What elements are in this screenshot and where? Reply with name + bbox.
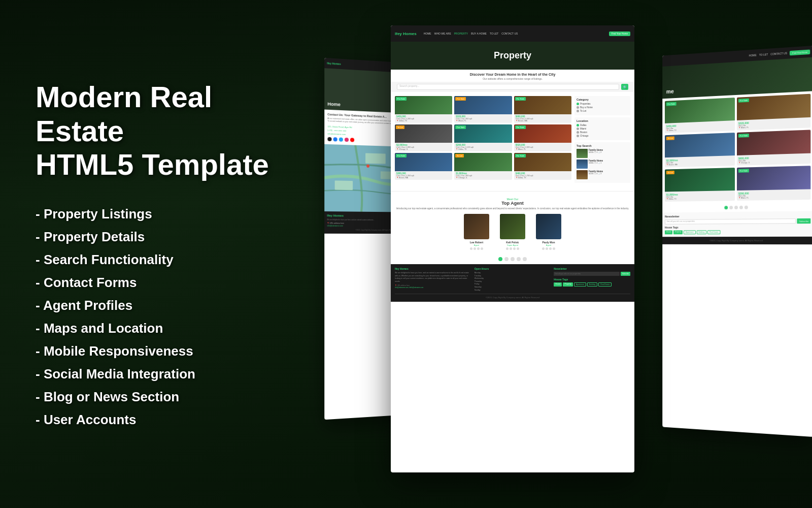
house-tags-title: House Tags bbox=[665, 225, 810, 229]
center-subtitle: Discover Your Dream Home in the Heart of… bbox=[395, 73, 630, 76]
newsletter-title: Newsletter bbox=[665, 214, 810, 218]
house-tag[interactable]: Property bbox=[673, 230, 683, 234]
category-filter: Category Properties Buy a Home To Let bbox=[574, 96, 630, 115]
newsletter-subscribe-button[interactable]: Subscribe bbox=[797, 218, 811, 224]
right-mockup: HOME TO LET CONTACT US Find Your Home me… bbox=[662, 46, 812, 437]
top-search-item: Family Home $380k ⬡ 2 🛁 1 bbox=[577, 160, 628, 169]
property-card[interactable]: For Sale $320,000 2 bd | 1 ba | 950 sqft… bbox=[454, 96, 512, 123]
property-card[interactable]: For Sale $460,000 4 bd | 3 ba | 1,700 sq… bbox=[514, 153, 571, 180]
pagination bbox=[391, 254, 634, 264]
top-search-item: Family Home $520k ⬡ 4 🛁 3 bbox=[577, 170, 628, 179]
property-card[interactable]: To Let $1,800/mo 2 bd | 2 ba | 900 sqft … bbox=[454, 153, 512, 180]
agent-photo bbox=[500, 214, 525, 239]
features-list: - Property Listings - Property Details -… bbox=[36, 206, 304, 428]
agent-role: Agent bbox=[460, 244, 493, 246]
mockups-area: Ifey Homes HOME WHO WE ARE Home Contact … bbox=[325, 0, 812, 508]
feature-item: - User Accounts bbox=[36, 412, 304, 428]
rm-page-dot[interactable] bbox=[734, 206, 738, 209]
right-nav-cta[interactable]: Find Your Home bbox=[790, 49, 810, 55]
filter-item[interactable]: To Let bbox=[577, 110, 628, 112]
right-newsletter: Newsletter Get all you info on our prope… bbox=[662, 211, 812, 237]
page-dot[interactable] bbox=[523, 257, 527, 261]
filter-item[interactable]: Buy a Home bbox=[577, 106, 628, 109]
agent-card: Lee Robert Agent bbox=[460, 214, 493, 250]
left-nav-logo: Ifey Homes bbox=[327, 61, 341, 66]
left-hero-title: Home bbox=[327, 102, 340, 107]
rm-page-dot-active[interactable] bbox=[724, 206, 728, 209]
rm-page-dot[interactable] bbox=[729, 206, 733, 209]
property-grid-row2: To Let $2,500/mo 4 bd | 3 ba | 1,800 sqf… bbox=[395, 124, 571, 151]
house-tag[interactable]: Real Estate bbox=[707, 230, 720, 234]
rm-page-dot[interactable] bbox=[744, 206, 748, 209]
agent-section-description: Introducing our top real estate agent, a… bbox=[395, 207, 630, 210]
footer-hours-text: MondayTuesdayWednesdayThursdayFridaySatu… bbox=[475, 272, 551, 292]
property-card[interactable]: For Sale $380,000 3 bd | 2 ba | 1,350 sq… bbox=[395, 153, 452, 180]
center-mockup-nav: Ifey Homes HOME WHO WE ARE PROPERTY BUY … bbox=[391, 25, 634, 42]
page-dot-active[interactable] bbox=[498, 257, 502, 261]
top-search-title: Top Search bbox=[577, 144, 628, 147]
agent-social-links bbox=[460, 247, 493, 250]
center-footer: Ifey Homes We are delighted to have you … bbox=[391, 264, 634, 302]
footer-newsletter: Newsletter Get all you info on our prope… bbox=[554, 267, 630, 292]
search-input-mock[interactable]: Search property... bbox=[397, 84, 619, 90]
location-title: Location bbox=[577, 119, 628, 122]
right-property-card[interactable]: To Let $2,500/mo 4bd | 3ba 📍 Boston, MA bbox=[665, 133, 735, 168]
feature-item: - Agent Profiles bbox=[36, 298, 304, 313]
feature-item: - Maps and Location bbox=[36, 321, 304, 336]
agent-card: Pauly Mon Agent bbox=[532, 214, 565, 250]
property-card[interactable]: For Sale $450,000 3 bd | 2 ba | 1,200 sq… bbox=[395, 96, 452, 123]
filter-item[interactable]: Boston bbox=[577, 131, 628, 134]
center-search-bar: Search property... 🔍 bbox=[391, 82, 634, 92]
property-listings: For Sale $450,000 3 bd | 2 ba | 1,200 sq… bbox=[395, 96, 571, 185]
house-tags: House Property Apartment Building Real E… bbox=[665, 230, 810, 234]
feature-item: - Search Functionality bbox=[36, 252, 304, 268]
feature-item: - Mobile Responsiveness bbox=[36, 343, 304, 359]
right-property-card[interactable]: For Sale $450,000 3bd | 2ba 📍 Dallas, TX bbox=[665, 98, 735, 133]
search-button-mock[interactable]: 🔍 bbox=[621, 84, 628, 90]
center-nav-logo: Ifey Homes bbox=[395, 31, 417, 36]
footer-grid: Ifey Homes We are delighted to have you … bbox=[395, 267, 630, 292]
agents-row: Lee Robert Agent Keli Polsic Super Agent bbox=[395, 214, 630, 250]
feature-item: - Property Listings bbox=[36, 206, 304, 222]
property-card[interactable]: For Sale $520,000 4 bd | 3 ba | 2,000 sq… bbox=[514, 124, 571, 151]
top-search-filter: Top Search Family Home $450k ⬡ 3 🛁 2 Fam… bbox=[574, 142, 630, 183]
property-filters: Category Properties Buy a Home To Let bbox=[574, 96, 630, 185]
property-card[interactable]: For Sale $290,000 3 bd | 2 ba | 1,100 sq… bbox=[454, 124, 512, 151]
property-card[interactable]: For Sale $680,000 5 bd | 4 ba | 2,400 sq… bbox=[514, 96, 571, 123]
house-tag[interactable]: Building bbox=[696, 230, 706, 234]
footer-open-hours: Open Hours MondayTuesdayWednesdayThursda… bbox=[475, 267, 551, 292]
right-property-card[interactable]: For Sale $290,000 3bd | 2ba 📍 Miami, FL bbox=[737, 166, 810, 201]
page-dot[interactable] bbox=[511, 257, 515, 261]
center-footer-copyright: ©2023, Copy Right By Company name, All R… bbox=[395, 294, 630, 299]
filter-item[interactable]: Chicago bbox=[577, 135, 628, 137]
agent-role: Agent bbox=[532, 244, 565, 246]
right-property-card[interactable]: For Sale $680,000 5bd | 4ba 📍 Chicago, I… bbox=[737, 130, 810, 165]
agent-photo bbox=[536, 214, 561, 239]
filter-item[interactable]: Properties bbox=[577, 103, 628, 105]
svg-rect-3 bbox=[335, 180, 353, 190]
agent-photo bbox=[464, 214, 489, 239]
footer-about: Ifey Homes We are delighted to have you … bbox=[395, 267, 471, 292]
footer-tags-title: House Tags bbox=[554, 278, 630, 281]
footer-description: We are delighted to have you here, and w… bbox=[395, 272, 471, 283]
feature-item: - Blog or News Section bbox=[36, 389, 304, 405]
right-nav-links: HOME TO LET CONTACT US bbox=[749, 51, 787, 57]
page-dot[interactable] bbox=[504, 257, 509, 261]
feature-item: - Property Details bbox=[36, 229, 304, 245]
center-nav-cta[interactable]: Find Your Home bbox=[609, 31, 630, 36]
page-dot[interactable] bbox=[517, 257, 521, 261]
property-grid-section: For Sale $450,000 3 bd | 2 ba | 1,200 sq… bbox=[391, 92, 634, 189]
newsletter-input[interactable]: Get all you info on our properties bbox=[665, 218, 796, 225]
center-hero-title: Property bbox=[494, 50, 531, 61]
house-tag[interactable]: Apartment bbox=[684, 230, 695, 234]
agent-card: Keli Polsic Super Agent bbox=[496, 214, 529, 250]
top-search-item: Family Home $450k ⬡ 3 🛁 2 bbox=[577, 149, 628, 158]
rm-page-dot[interactable] bbox=[739, 206, 742, 209]
right-property-card[interactable]: For Sale $320,000 2bd | 1ba 📍 Miami, FL bbox=[737, 94, 810, 131]
house-tag[interactable]: House bbox=[665, 230, 672, 234]
property-card[interactable]: To Let $2,500/mo 4 bd | 3 ba | 1,800 sqf… bbox=[395, 124, 452, 151]
filter-item[interactable]: Dallas bbox=[577, 124, 628, 126]
filter-item[interactable]: Miami bbox=[577, 128, 628, 130]
right-property-card[interactable]: To Let $1,800/mo 2bd | 2ba 📍 Dallas, TX bbox=[665, 168, 735, 202]
footer-logo: Ifey Homes bbox=[395, 267, 471, 270]
